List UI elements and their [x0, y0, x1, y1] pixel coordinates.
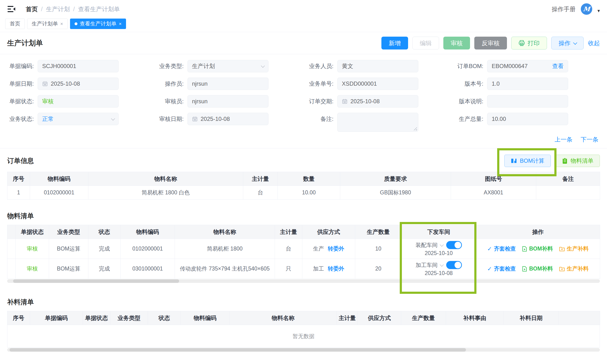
calendar-icon [192, 116, 198, 122]
audit-button[interactable]: 审核 [443, 37, 470, 50]
col-header: 物料名称 [175, 225, 275, 239]
print-button[interactable]: 打印 [511, 37, 547, 50]
chevron-down-icon [440, 243, 443, 247]
auditor-field[interactable]: njrsun [188, 95, 268, 107]
next-record-link[interactable]: 下一条 [580, 136, 598, 143]
col-header: 操作 [476, 225, 600, 239]
col-header-blank [7, 225, 16, 239]
remark-textarea[interactable] [337, 113, 418, 132]
kit-check-action[interactable]: ✓齐套检查 [487, 265, 516, 273]
col-header: 单据状态 [83, 311, 110, 325]
breadcrumb-production-plan[interactable]: 生产计划 [46, 5, 70, 13]
biz-status-select[interactable]: 正常 [38, 113, 119, 125]
col-header: 备注 [536, 172, 600, 186]
biz-doc-no-field[interactable]: XSDD000001 [337, 78, 418, 90]
bom-replenish-action[interactable]: BOM补料 [522, 265, 553, 273]
table-row[interactable]: 1 0102000001 简易机柜 1800 白色 台 10.00 GB国标19… [7, 186, 600, 200]
manual-link[interactable]: 操作手册 [552, 5, 576, 13]
table-row[interactable]: 审核 BOM运算 完成 0102000001 简易机柜 1800 台 生产转委外… [7, 239, 600, 259]
production-replenish-action[interactable]: 生产补料 [559, 245, 589, 252]
unaudit-button[interactable]: 反审核 [474, 37, 507, 50]
topbar-right: 操作手册 M ▾ [552, 3, 600, 15]
tab-home[interactable]: 首页 [5, 19, 25, 29]
actions-dropdown-button[interactable]: 操作 [551, 37, 584, 50]
avatar[interactable]: M [581, 3, 592, 15]
calendar-icon [42, 81, 48, 87]
edit-button[interactable]: 编辑 [412, 37, 439, 50]
folder-plus-icon [559, 246, 565, 251]
field-label: 业务类型: [157, 60, 188, 72]
printer-icon [519, 40, 525, 46]
material-list-button[interactable]: 物料清单 [555, 155, 600, 167]
breadcrumb-separator: / [73, 6, 75, 13]
workshop-select[interactable]: 装配车间 [416, 241, 443, 249]
scrollbar-thumb[interactable] [10, 348, 466, 352]
chevron-down-icon [261, 64, 265, 68]
tab-label: 查看生产计划单 [80, 20, 116, 27]
col-header: 主计量 [243, 172, 278, 186]
view-bom-link[interactable]: 查看 [552, 62, 564, 70]
doc-status-field[interactable]: 审核 [38, 95, 119, 107]
field-label: 订单交期: [307, 95, 337, 107]
kit-check-action[interactable]: ✓齐套检查 [487, 245, 516, 252]
doc-date-field[interactable]: 2025-10-08 [38, 78, 119, 90]
avatar-letter: M [582, 5, 590, 13]
field-label: 业务单号: [307, 78, 337, 90]
scrollbar-thumb[interactable] [13, 279, 179, 283]
horizontal-scrollbar[interactable] [7, 348, 600, 352]
prev-record-link[interactable]: 上一条 [555, 136, 572, 143]
tab-label: 生产计划单 [32, 20, 58, 27]
doc-code-field[interactable]: SCJH000001 [38, 60, 119, 72]
tab-bar: 首页 生产计划单 × 查看生产计划单 × [0, 18, 607, 32]
file-plus-icon [522, 266, 527, 272]
breadcrumb-home[interactable]: 首页 [26, 5, 38, 13]
biz-person-field[interactable]: 黄文 [337, 60, 418, 72]
field-label: 备注: [307, 113, 337, 125]
breadcrumb-current: 查看生产计划单 [78, 5, 120, 13]
operator-field[interactable]: njrsun [188, 78, 268, 90]
col-header: 单据状态 [16, 225, 49, 239]
tab-close-icon[interactable]: × [119, 21, 122, 27]
breadcrumb: 首页 / 生产计划 / 查看生产计划单 [26, 5, 120, 13]
biz-type-select[interactable]: 生产计划 [188, 60, 268, 72]
col-header-blank [559, 311, 600, 325]
bom-calc-button[interactable]: BOM计算 [504, 155, 551, 167]
collapse-link[interactable]: 收起 [588, 39, 600, 47]
page: 首页 / 生产计划 / 查看生产计划单 操作手册 M ▾ 首页 生产计划单 × … [0, 0, 607, 364]
workshop-select[interactable]: 加工车间 [416, 261, 443, 269]
tab-production-plan-list[interactable]: 生产计划单 × [27, 19, 68, 29]
table-header-row: 单据状态 业务类型 状态 物料编码 物料名称 主计量 供应方式 生产数量 下发车… [7, 225, 600, 239]
to-outsource-link[interactable]: 转委外 [328, 265, 344, 273]
horizontal-scrollbar[interactable] [7, 279, 600, 283]
divider [0, 148, 607, 148]
sidebar-collapse-icon[interactable] [7, 5, 16, 13]
add-button[interactable]: 新增 [381, 37, 408, 50]
order-due-date-field[interactable]: 2025-10-08 [337, 95, 418, 107]
total-qty-field[interactable]: 10.00 [487, 113, 568, 125]
col-header: 物料编码 [181, 311, 230, 325]
tab-close-icon[interactable]: × [60, 21, 63, 27]
replenish-list-table: 序号 单据编码 单据状态 业务类型 状态 物料编码 物料名称 主计量 供应方式 … [7, 311, 600, 325]
to-outsource-link[interactable]: 转委外 [328, 245, 344, 252]
col-header: 序号 [7, 172, 30, 186]
bom-replenish-action[interactable]: BOM补料 [522, 245, 553, 252]
dispatch-toggle-on[interactable] [446, 241, 462, 249]
field-label: 操作员: [157, 78, 188, 90]
tab-view-production-plan[interactable]: 查看生产计划单 × [70, 19, 126, 29]
order-info-actions: BOM计算 物料清单 [504, 155, 600, 167]
field-label: 版本号: [457, 78, 487, 90]
tab-label: 首页 [10, 20, 20, 27]
col-header: 业务类型 [110, 311, 148, 325]
audit-date-field[interactable]: 2025-10-08 [188, 113, 268, 125]
record-pager: 上一条 下一条 [7, 136, 598, 143]
col-header: 生产数量 [355, 225, 402, 239]
version-field[interactable]: 1.0 [487, 78, 568, 90]
dispatch-toggle-on[interactable] [446, 261, 462, 269]
file-plus-icon [522, 246, 527, 252]
user-menu-caret-icon[interactable]: ▾ [597, 8, 600, 13]
table-row[interactable]: 审核 BOM运算 完成 0301000001 传动皮轮件 735×794 主机孔… [7, 259, 600, 279]
title-row: 生产计划单 新增 编辑 审核 反审核 打印 操作 收起 [7, 32, 600, 54]
order-bom-field[interactable]: EBOM000647查看 [487, 60, 568, 72]
production-replenish-action[interactable]: 生产补料 [559, 265, 589, 273]
version-note-field[interactable] [487, 95, 568, 107]
